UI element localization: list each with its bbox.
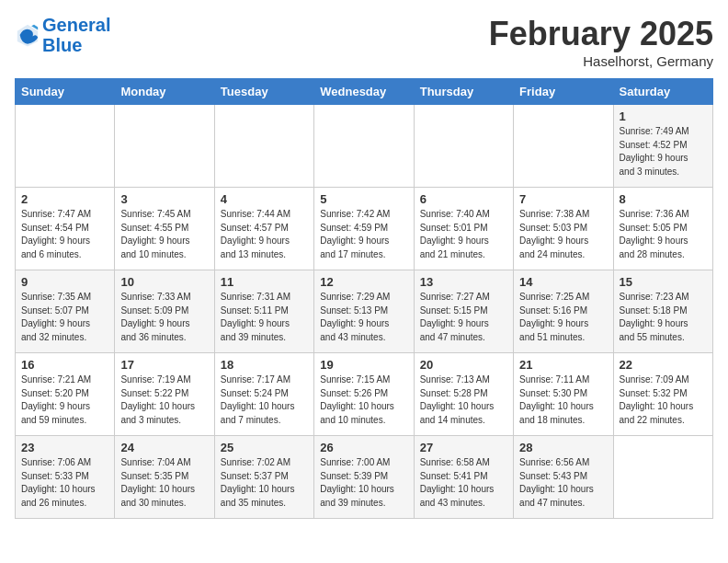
day-number: 24 (120, 441, 208, 454)
page-header: General Blue February 2025 Haselhorst, G… (15, 15, 713, 69)
day-number: 13 (420, 275, 507, 289)
calendar-cell: 27Sunrise: 6:58 AMSunset: 5:41 PMDayligh… (414, 436, 513, 519)
calendar-cell: 25Sunrise: 7:02 AMSunset: 5:37 PMDayligh… (214, 436, 313, 519)
day-number: 4 (221, 192, 308, 206)
day-number: 11 (221, 275, 308, 289)
calendar-cell: 10Sunrise: 7:33 AMSunset: 5:09 PMDayligh… (115, 270, 214, 353)
calendar-cell (514, 105, 613, 188)
calendar-week-row: 1Sunrise: 7:49 AMSunset: 4:52 PMDaylight… (16, 105, 713, 188)
day-number: 25 (221, 441, 308, 454)
day-number: 19 (320, 358, 407, 372)
day-number: 12 (320, 275, 407, 289)
calendar-cell: 18Sunrise: 7:17 AMSunset: 5:24 PMDayligh… (214, 353, 313, 436)
calendar-cell: 28Sunrise: 6:56 AMSunset: 5:43 PMDayligh… (514, 436, 613, 519)
day-info: Sunrise: 7:40 AMSunset: 5:01 PMDaylight:… (420, 208, 507, 261)
calendar-week-row: 16Sunrise: 7:21 AMSunset: 5:20 PMDayligh… (16, 353, 713, 436)
day-info: Sunrise: 7:17 AMSunset: 5:24 PMDaylight:… (221, 373, 308, 427)
day-info: Sunrise: 7:06 AMSunset: 5:33 PMDaylight:… (21, 456, 108, 510)
header-day: Friday (514, 79, 613, 105)
day-number: 3 (120, 192, 208, 206)
calendar-week-row: 9Sunrise: 7:35 AMSunset: 5:07 PMDaylight… (16, 270, 713, 353)
day-info: Sunrise: 7:35 AMSunset: 5:07 PMDaylight:… (21, 291, 108, 344)
day-info: Sunrise: 7:27 AMSunset: 5:15 PMDaylight:… (420, 291, 507, 344)
header-day: Monday (115, 79, 214, 105)
day-number: 17 (120, 358, 208, 372)
day-info: Sunrise: 7:47 AMSunset: 4:54 PMDaylight:… (21, 208, 108, 261)
calendar-cell (314, 105, 414, 188)
logo: General Blue (15, 15, 110, 55)
calendar-cell: 14Sunrise: 7:25 AMSunset: 5:16 PMDayligh… (514, 270, 613, 353)
month-title: February 2025 (489, 15, 713, 53)
calendar-cell: 20Sunrise: 7:13 AMSunset: 5:28 PMDayligh… (414, 353, 513, 436)
day-number: 14 (519, 275, 607, 289)
calendar-cell: 17Sunrise: 7:19 AMSunset: 5:22 PMDayligh… (115, 353, 214, 436)
day-number: 16 (21, 358, 108, 372)
calendar-table: SundayMondayTuesdayWednesdayThursdayFrid… (15, 78, 713, 519)
day-info: Sunrise: 7:29 AMSunset: 5:13 PMDaylight:… (320, 291, 407, 344)
location: Haselhorst, Germany (489, 53, 713, 69)
day-info: Sunrise: 7:11 AMSunset: 5:30 PMDaylight:… (519, 373, 607, 427)
calendar-cell: 2Sunrise: 7:47 AMSunset: 4:54 PMDaylight… (16, 188, 115, 270)
day-info: Sunrise: 7:23 AMSunset: 5:18 PMDaylight:… (620, 291, 707, 344)
title-block: February 2025 Haselhorst, Germany (489, 15, 713, 69)
day-info: Sunrise: 7:09 AMSunset: 5:32 PMDaylight:… (620, 373, 707, 427)
day-number: 20 (420, 358, 507, 372)
calendar-cell: 15Sunrise: 7:23 AMSunset: 5:18 PMDayligh… (613, 270, 712, 353)
day-number: 8 (620, 192, 707, 206)
calendar-cell (16, 105, 115, 188)
calendar-cell: 5Sunrise: 7:42 AMSunset: 4:59 PMDaylight… (314, 188, 414, 270)
header-day: Wednesday (314, 79, 414, 105)
calendar-cell: 13Sunrise: 7:27 AMSunset: 5:15 PMDayligh… (414, 270, 513, 353)
calendar-cell: 7Sunrise: 7:38 AMSunset: 5:03 PMDaylight… (514, 188, 613, 270)
calendar-cell: 16Sunrise: 7:21 AMSunset: 5:20 PMDayligh… (16, 353, 115, 436)
calendar-cell: 24Sunrise: 7:04 AMSunset: 5:35 PMDayligh… (115, 436, 214, 519)
day-number: 21 (519, 358, 607, 372)
calendar-cell: 3Sunrise: 7:45 AMSunset: 4:55 PMDaylight… (115, 188, 214, 270)
day-number: 15 (620, 275, 707, 289)
day-info: Sunrise: 7:44 AMSunset: 4:57 PMDaylight:… (221, 208, 308, 261)
day-info: Sunrise: 7:15 AMSunset: 5:26 PMDaylight:… (320, 373, 407, 427)
calendar-cell: 11Sunrise: 7:31 AMSunset: 5:11 PMDayligh… (214, 270, 313, 353)
calendar-cell: 26Sunrise: 7:00 AMSunset: 5:39 PMDayligh… (314, 436, 414, 519)
day-info: Sunrise: 7:36 AMSunset: 5:05 PMDaylight:… (620, 208, 707, 261)
day-info: Sunrise: 6:56 AMSunset: 5:43 PMDaylight:… (519, 456, 607, 510)
day-info: Sunrise: 7:04 AMSunset: 5:35 PMDaylight:… (120, 456, 208, 510)
calendar-cell: 22Sunrise: 7:09 AMSunset: 5:32 PMDayligh… (613, 353, 712, 436)
header-day: Tuesday (214, 79, 313, 105)
header-day: Thursday (414, 79, 513, 105)
day-number: 7 (519, 192, 607, 206)
header-row: SundayMondayTuesdayWednesdayThursdayFrid… (16, 79, 713, 105)
day-info: Sunrise: 7:42 AMSunset: 4:59 PMDaylight:… (320, 208, 407, 261)
day-number: 6 (420, 192, 507, 206)
day-number: 27 (420, 441, 507, 454)
day-info: Sunrise: 7:33 AMSunset: 5:09 PMDaylight:… (120, 291, 208, 344)
calendar-cell: 19Sunrise: 7:15 AMSunset: 5:26 PMDayligh… (314, 353, 414, 436)
calendar-cell: 6Sunrise: 7:40 AMSunset: 5:01 PMDaylight… (414, 188, 513, 270)
day-number: 2 (21, 192, 108, 206)
day-info: Sunrise: 7:49 AMSunset: 4:52 PMDaylight:… (620, 125, 707, 178)
day-number: 22 (620, 358, 707, 372)
day-info: Sunrise: 7:13 AMSunset: 5:28 PMDaylight:… (420, 373, 507, 427)
calendar-cell (214, 105, 313, 188)
calendar-cell: 1Sunrise: 7:49 AMSunset: 4:52 PMDaylight… (613, 105, 712, 188)
day-number: 23 (21, 441, 108, 454)
calendar-cell: 23Sunrise: 7:06 AMSunset: 5:33 PMDayligh… (16, 436, 115, 519)
logo-text: General Blue (42, 15, 110, 55)
calendar-cell (115, 105, 214, 188)
day-info: Sunrise: 7:00 AMSunset: 5:39 PMDaylight:… (320, 456, 407, 510)
calendar-cell (414, 105, 513, 188)
day-info: Sunrise: 7:21 AMSunset: 5:20 PMDaylight:… (21, 373, 108, 427)
day-info: Sunrise: 7:25 AMSunset: 5:16 PMDaylight:… (519, 291, 607, 344)
day-number: 26 (320, 441, 407, 454)
day-number: 1 (620, 109, 707, 123)
day-info: Sunrise: 7:19 AMSunset: 5:22 PMDaylight:… (120, 373, 208, 427)
day-number: 5 (320, 192, 407, 206)
day-info: Sunrise: 7:45 AMSunset: 4:55 PMDaylight:… (120, 208, 208, 261)
day-info: Sunrise: 7:31 AMSunset: 5:11 PMDaylight:… (221, 291, 308, 344)
calendar-week-row: 23Sunrise: 7:06 AMSunset: 5:33 PMDayligh… (16, 436, 713, 519)
calendar-cell: 9Sunrise: 7:35 AMSunset: 5:07 PMDaylight… (16, 270, 115, 353)
calendar-cell: 21Sunrise: 7:11 AMSunset: 5:30 PMDayligh… (514, 353, 613, 436)
day-info: Sunrise: 6:58 AMSunset: 5:41 PMDaylight:… (420, 456, 507, 510)
day-number: 9 (21, 275, 108, 289)
day-number: 10 (120, 275, 208, 289)
